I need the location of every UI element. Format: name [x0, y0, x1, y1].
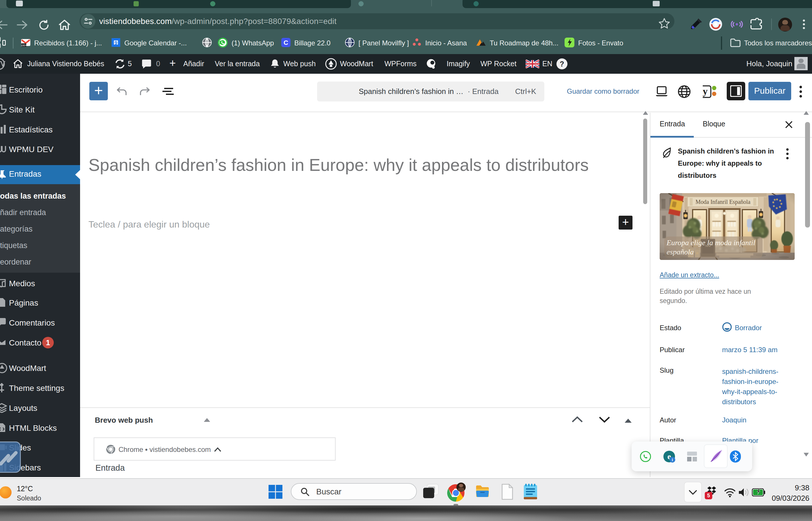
svg-text:C: C [284, 39, 288, 46]
svg-text:9: 9 [114, 40, 117, 46]
svg-text:100+: 100+ [21, 44, 27, 47]
svg-text:y: y [703, 86, 707, 96]
svg-text:i: i [672, 458, 673, 462]
